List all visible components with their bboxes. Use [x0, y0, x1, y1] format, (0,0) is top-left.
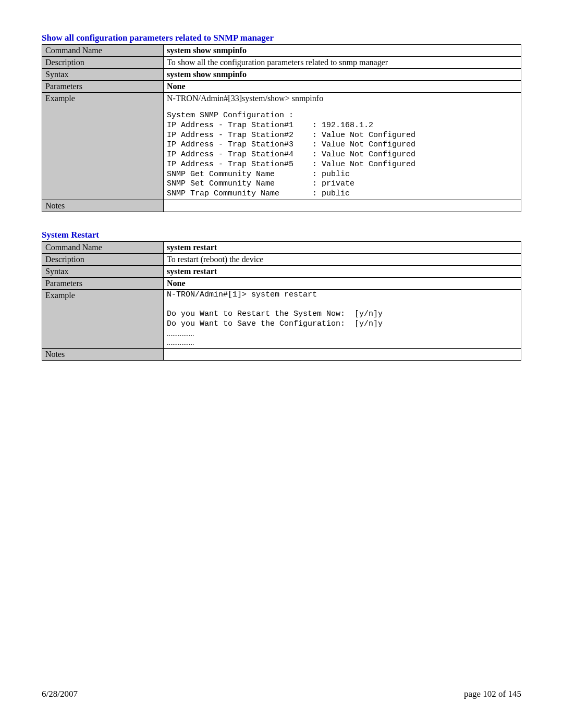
- cell-label: Command Name: [42, 45, 164, 57]
- cell-value: None: [164, 81, 521, 93]
- cell-value: system show snmpinfo: [164, 69, 521, 81]
- section-title-snmp: Show all configuration parameters relate…: [42, 33, 521, 43]
- spacer: [42, 212, 521, 226]
- cell-value: To show all the configuration parameters…: [164, 57, 521, 69]
- cell-label: Description: [42, 253, 164, 265]
- footer: 6/28/2007 page 102 of 145: [42, 689, 521, 699]
- cell-label: Parameters: [42, 277, 164, 289]
- cell-value: system restart: [164, 265, 521, 277]
- cell-value: [164, 348, 521, 360]
- cell-value: system restart: [164, 241, 521, 253]
- example-intro: N-TRON/Admin#[33]system/show> snmpinfo: [167, 93, 518, 104]
- cell-label: Example: [42, 93, 164, 200]
- cell-value: None: [164, 277, 521, 289]
- table-restart: Command Name system restart Description …: [42, 241, 521, 361]
- page: Show all configuration parameters relate…: [0, 0, 563, 728]
- cell-label: Example: [42, 289, 164, 348]
- cell-example: N-TRON/Admin#[33]system/show> snmpinfo S…: [164, 93, 521, 200]
- spacer: [167, 104, 518, 111]
- cell-example: N-TRON/Admin#[1]> system restart Do you …: [164, 289, 521, 348]
- table-snmp: Command Name system show snmpinfo Descri…: [42, 44, 521, 212]
- example-mono: N-TRON/Admin#[1]> system restart Do you …: [167, 290, 518, 329]
- cell-label: Syntax: [42, 69, 164, 81]
- example-mono: System SNMP Configuration : IP Address -…: [167, 111, 518, 199]
- cell-label: Description: [42, 57, 164, 69]
- section-title-restart: System Restart: [42, 230, 521, 240]
- cell-value: To restart (reboot) the device: [164, 253, 521, 265]
- cell-label: Command Name: [42, 241, 164, 253]
- example-dots: ...............: [167, 329, 518, 339]
- cell-value: [164, 200, 521, 212]
- footer-date: 6/28/2007: [42, 689, 78, 699]
- footer-page: page 102 of 145: [464, 689, 521, 699]
- cell-label: Syntax: [42, 265, 164, 277]
- cell-value: system show snmpinfo: [164, 45, 521, 57]
- cell-label: Parameters: [42, 81, 164, 93]
- cell-label: Notes: [42, 200, 164, 212]
- cell-label: Notes: [42, 348, 164, 360]
- example-dots: ...............: [167, 338, 518, 348]
